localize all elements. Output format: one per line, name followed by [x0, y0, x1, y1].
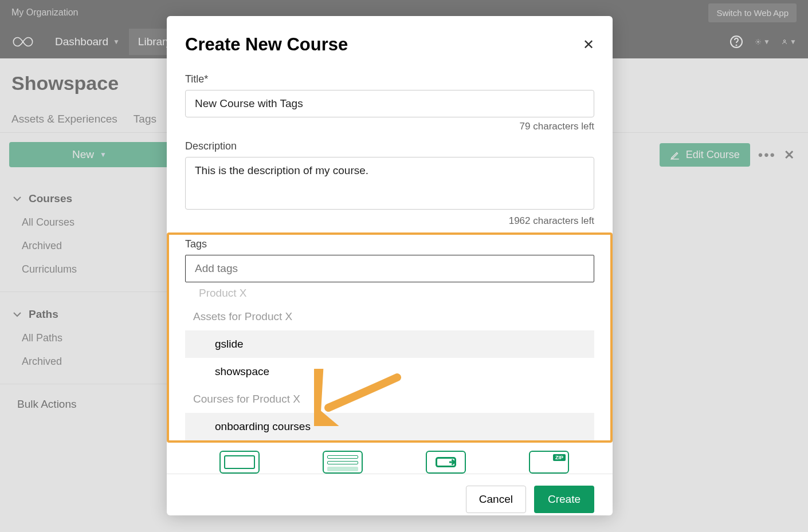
- description-input[interactable]: [185, 157, 594, 210]
- create-course-modal: Create New Course ✕ Title* 79 characters…: [167, 16, 613, 515]
- modal-title: Create New Course: [185, 34, 348, 55]
- zip-badge: ZIP: [553, 454, 566, 461]
- tags-input[interactable]: [185, 255, 594, 282]
- create-button[interactable]: Create: [534, 486, 594, 513]
- tag-group-assets: Assets for Product X: [185, 303, 594, 330]
- modal-close-button[interactable]: ✕: [583, 37, 594, 53]
- tag-group-courses: Courses for Product X: [185, 385, 594, 413]
- tag-option-onboarding-courses[interactable]: onboarding courses: [185, 413, 594, 440]
- title-helper-text: 79 characters left: [185, 121, 594, 132]
- template-cards-row: ZIP: [219, 451, 594, 474]
- template-card-blank[interactable]: [219, 451, 260, 474]
- template-card-list[interactable]: [323, 451, 363, 474]
- tags-dropdown: Product X Assets for Product X gslide sh…: [185, 283, 594, 440]
- title-input[interactable]: [185, 90, 594, 117]
- tag-group-faded: Product X: [185, 283, 594, 303]
- tags-field-label: Tags: [185, 235, 594, 250]
- cancel-button[interactable]: Cancel: [466, 486, 526, 513]
- tag-option-showspace[interactable]: showspace: [185, 358, 594, 385]
- tags-section-highlighted: Tags Product X Assets for Product X gsli…: [167, 232, 613, 443]
- description-field-label: Description: [185, 140, 594, 152]
- description-helper-text: 1962 characters left: [185, 215, 594, 227]
- tag-option-gslide[interactable]: gslide: [185, 330, 594, 358]
- template-card-zip[interactable]: ZIP: [529, 451, 569, 474]
- template-card-link[interactable]: [426, 451, 466, 474]
- title-field-label: Title*: [185, 73, 594, 85]
